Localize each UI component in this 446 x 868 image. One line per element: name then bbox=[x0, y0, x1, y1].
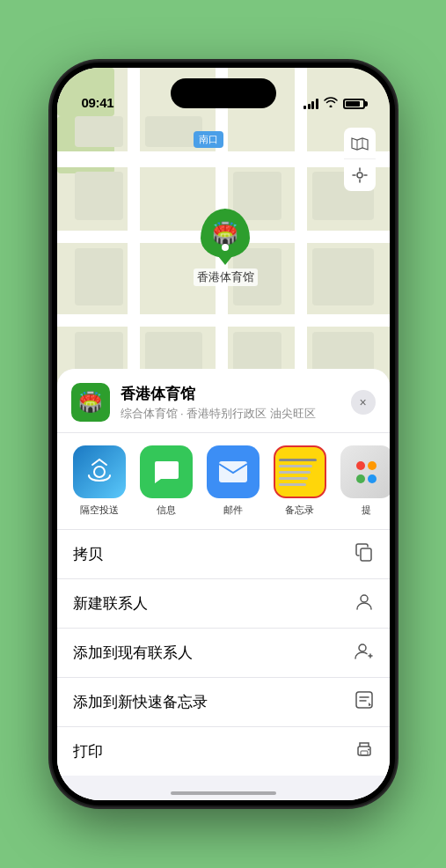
close-button[interactable]: × bbox=[351, 390, 376, 415]
svg-point-1 bbox=[94, 467, 105, 477]
notes-icon bbox=[274, 445, 326, 498]
share-mail[interactable]: 邮件 bbox=[205, 445, 261, 517]
airdrop-icon bbox=[73, 445, 126, 498]
action-quick-note[interactable]: 添加到新快速备忘录 bbox=[57, 678, 390, 727]
action-copy[interactable]: 拷贝 bbox=[57, 530, 390, 579]
signal-bars-icon bbox=[303, 99, 318, 109]
bottom-sheet: 🏟️ 香港体育馆 综合体育馆 · 香港特别行政区 油尖旺区 × bbox=[57, 369, 390, 800]
new-contact-icon bbox=[355, 592, 374, 615]
more-label: 提 bbox=[362, 504, 371, 517]
svg-point-10 bbox=[368, 749, 369, 751]
svg-rect-3 bbox=[361, 548, 371, 561]
location-button[interactable] bbox=[344, 159, 376, 191]
action-new-contact[interactable]: 新建联系人 bbox=[57, 579, 390, 629]
share-message[interactable]: 信息 bbox=[138, 445, 194, 517]
action-new-contact-label: 新建联系人 bbox=[73, 593, 148, 614]
message-icon bbox=[140, 445, 193, 498]
map-entrance-label: 南口 bbox=[194, 131, 223, 148]
venue-icon: 🏟️ bbox=[71, 383, 110, 422]
map-controls bbox=[344, 128, 376, 191]
airdrop-label: 隔空投送 bbox=[80, 504, 119, 517]
action-print-label: 打印 bbox=[73, 741, 103, 761]
venue-info: 香港体育馆 综合体育馆 · 香港特别行政区 油尖旺区 bbox=[121, 384, 340, 422]
venue-sub: 综合体育馆 · 香港特别行政区 油尖旺区 bbox=[121, 406, 340, 422]
wifi-icon bbox=[324, 97, 338, 110]
action-add-existing-label: 添加到现有联系人 bbox=[73, 643, 193, 663]
svg-point-0 bbox=[357, 173, 362, 178]
action-quick-note-label: 添加到新快速备忘录 bbox=[73, 692, 208, 712]
venue-name: 香港体育馆 bbox=[121, 384, 340, 404]
phone-frame: 09:41 bbox=[52, 63, 395, 805]
phone-screen: 09:41 bbox=[57, 68, 390, 800]
action-add-existing[interactable]: 添加到现有联系人 bbox=[57, 629, 390, 678]
notes-label: 备忘录 bbox=[285, 504, 314, 517]
status-icons bbox=[303, 97, 365, 110]
status-time: 09:41 bbox=[82, 95, 114, 110]
pin-circle: 🏟️ bbox=[201, 209, 250, 258]
add-existing-icon bbox=[355, 641, 374, 665]
home-indicator bbox=[171, 791, 276, 795]
share-more[interactable]: 提 bbox=[339, 445, 390, 517]
battery-icon bbox=[343, 99, 365, 109]
map-type-button[interactable] bbox=[344, 128, 376, 159]
quick-note-icon bbox=[355, 690, 374, 714]
message-label: 信息 bbox=[157, 504, 176, 517]
pin-label: 香港体育馆 bbox=[194, 268, 258, 286]
share-row: 隔空投送 信息 bbox=[57, 433, 390, 530]
action-print[interactable]: 打印 bbox=[57, 727, 390, 776]
copy-icon bbox=[355, 542, 374, 566]
mail-icon bbox=[207, 445, 260, 498]
dynamic-island bbox=[171, 78, 276, 108]
print-icon bbox=[355, 739, 374, 763]
mail-label: 邮件 bbox=[223, 504, 243, 517]
svg-point-4 bbox=[361, 595, 368, 602]
stadium-icon: 🏟️ bbox=[212, 221, 238, 246]
share-notes[interactable]: 备忘录 bbox=[272, 445, 328, 517]
share-airdrop[interactable]: 隔空投送 bbox=[71, 445, 128, 517]
more-icon bbox=[340, 445, 390, 498]
svg-point-5 bbox=[359, 644, 366, 651]
action-copy-label: 拷贝 bbox=[73, 544, 103, 564]
action-list: 拷贝 新建联系人 bbox=[57, 530, 390, 776]
stadium-pin: 🏟️ 香港体育馆 bbox=[194, 209, 258, 286]
sheet-header: 🏟️ 香港体育馆 综合体育馆 · 香港特别行政区 油尖旺区 × bbox=[57, 369, 390, 433]
